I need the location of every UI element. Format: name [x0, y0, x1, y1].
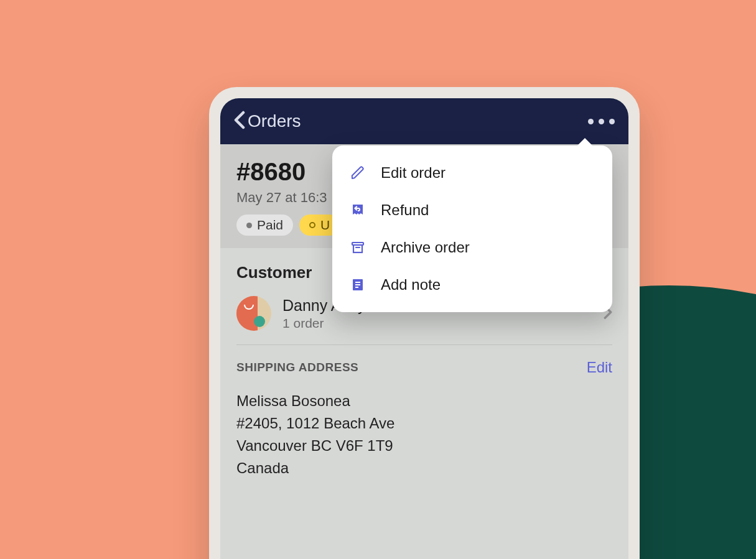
menu-add-note[interactable]: Add note	[332, 266, 612, 303]
avatar	[236, 296, 271, 331]
shipping-label: SHIPPING ADDRESS	[236, 361, 358, 374]
menu-refund-label: Refund	[381, 201, 429, 219]
menu-edit-order-label: Edit order	[381, 164, 446, 182]
dot-icon	[609, 119, 615, 124]
menu-archive-label: Archive order	[381, 239, 470, 256]
edit-shipping-button[interactable]: Edit	[587, 359, 612, 376]
shipping-header: SHIPPING ADDRESS Edit	[236, 359, 612, 376]
nav-title: Orders	[248, 111, 301, 131]
screen: Orders #8680 May 27 at 16:3 Paid	[220, 98, 628, 559]
unfulfilled-badge-label: U	[320, 218, 330, 233]
paid-badge-label: Paid	[257, 218, 283, 233]
svg-rect-5	[355, 287, 358, 288]
note-icon	[350, 277, 366, 293]
dot-icon	[599, 119, 604, 124]
menu-archive[interactable]: Archive order	[332, 229, 612, 266]
menu-add-note-label: Add note	[381, 276, 441, 293]
status-ring-icon	[309, 222, 315, 228]
archive-icon	[350, 239, 366, 256]
customer-order-count: 1 order	[282, 316, 592, 331]
stage: Orders #8680 May 27 at 16:3 Paid	[0, 0, 756, 559]
navbar: Orders	[220, 98, 628, 144]
back-button[interactable]: Orders	[234, 111, 301, 132]
receipt-refund-icon	[350, 202, 366, 218]
device-frame: Orders #8680 May 27 at 16:3 Paid	[209, 87, 640, 559]
address-street: #2405, 1012 Beach Ave	[236, 412, 612, 435]
svg-rect-4	[355, 284, 360, 285]
svg-rect-1	[353, 245, 362, 252]
pencil-icon	[350, 165, 366, 181]
chevron-left-icon	[234, 111, 245, 132]
status-dot-icon	[246, 223, 252, 228]
shipping-address: Melissa Bosonea #2405, 1012 Beach Ave Va…	[236, 390, 612, 479]
address-country: Canada	[236, 457, 612, 479]
paid-badge: Paid	[236, 215, 293, 236]
address-name: Melissa Bosonea	[236, 390, 612, 412]
menu-edit-order[interactable]: Edit order	[332, 154, 612, 192]
address-city: Vancouver BC V6F 1T9	[236, 435, 612, 457]
actions-popover: Edit order Refund Archive order	[332, 146, 612, 312]
more-button[interactable]	[588, 119, 615, 124]
dot-icon	[588, 119, 594, 124]
menu-refund[interactable]: Refund	[332, 192, 612, 229]
svg-rect-3	[355, 282, 360, 283]
